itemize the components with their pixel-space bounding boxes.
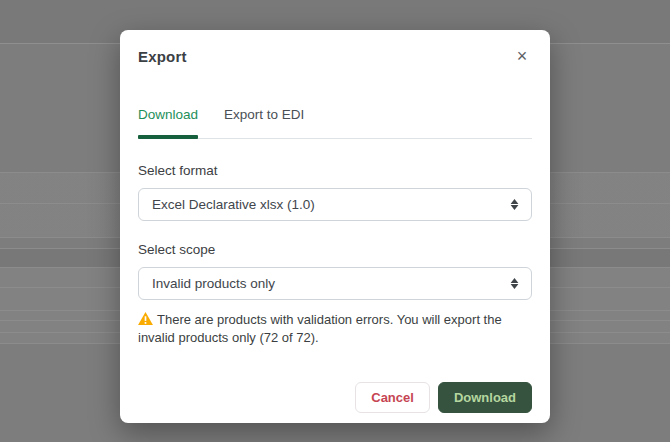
cancel-button[interactable]: Cancel bbox=[355, 382, 430, 413]
select-scope-label: Select scope bbox=[138, 242, 532, 257]
tab-export-to-edi[interactable]: Export to EDI bbox=[224, 107, 304, 138]
format-select-value: Excel Declarative xlsx (1.0) bbox=[152, 197, 510, 212]
scope-select[interactable]: Invalid products only bbox=[138, 267, 532, 300]
export-dialog: Export × Download Export to EDI Select f… bbox=[120, 30, 550, 423]
dialog-title: Export bbox=[138, 48, 532, 65]
close-icon[interactable]: × bbox=[510, 44, 534, 68]
tab-download[interactable]: Download bbox=[138, 107, 198, 138]
dialog-footer: Cancel Download bbox=[355, 382, 532, 413]
chevron-up-down-icon bbox=[510, 199, 519, 210]
select-format-label: Select format bbox=[138, 163, 532, 178]
format-select[interactable]: Excel Declarative xlsx (1.0) bbox=[138, 188, 532, 221]
tab-bar: Download Export to EDI bbox=[138, 107, 532, 139]
chevron-up-down-icon bbox=[510, 278, 519, 289]
modal-backdrop[interactable]: Export × Download Export to EDI Select f… bbox=[0, 0, 670, 442]
download-button[interactable]: Download bbox=[438, 382, 532, 413]
scope-select-value: Invalid products only bbox=[152, 276, 510, 291]
validation-warning: There are products with validation error… bbox=[138, 311, 536, 346]
dialog-header: Export × bbox=[138, 48, 532, 65]
validation-warning-text: There are products with validation error… bbox=[138, 312, 502, 345]
warning-triangle-icon bbox=[138, 312, 153, 329]
